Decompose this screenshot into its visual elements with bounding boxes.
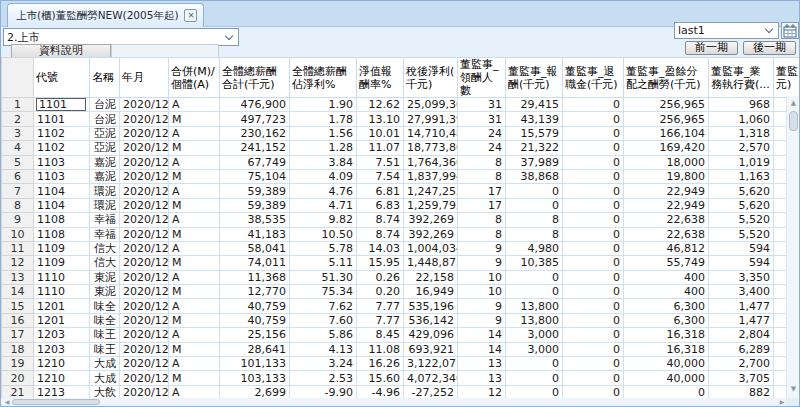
table-cell-name[interactable]: 味全 — [90, 313, 120, 327]
table-cell-total_comp[interactable]: 25,156 — [220, 328, 290, 342]
table-cell-merge_flag[interactable]: A — [169, 299, 220, 313]
row-number[interactable]: 16 — [2, 313, 34, 327]
table-cell-total_comp[interactable]: 75,104 — [220, 169, 290, 183]
table-cell-roe[interactable]: 7.77 — [357, 299, 404, 313]
table-cell-director_profit_share[interactable]: 18,000 — [624, 155, 709, 169]
table-cell-director_comp[interactable]: 21,322 — [506, 141, 563, 155]
table-cell-director_count[interactable]: 9 — [458, 241, 506, 255]
table-cell-yearmonth[interactable]: 2020/12 — [120, 112, 169, 126]
table-cell-director_pension[interactable]: 0 — [563, 313, 624, 327]
table-cell-yearmonth[interactable]: 2020/12 — [120, 270, 169, 284]
table-cell-director_count[interactable]: 8 — [458, 213, 506, 227]
row-number[interactable]: 15 — [2, 299, 34, 313]
table-cell-comp_pct_ni[interactable]: 10.50 — [290, 227, 357, 241]
table-cell-total_comp[interactable]: 241,152 — [220, 141, 290, 155]
table-cell-director_count[interactable]: 8 — [458, 155, 506, 169]
table-cell-director_comp[interactable]: 38,868 — [506, 169, 563, 183]
table-cell-merge_flag[interactable]: A — [169, 385, 220, 398]
table-cell-yearmonth[interactable]: 2020/12 — [120, 385, 169, 398]
column-header-director_biz_fee[interactable]: 董監事_業 務執行費(... — [709, 58, 774, 98]
table-cell-code[interactable]: 1110 — [34, 270, 90, 284]
table-cell-director_profit_share[interactable]: 6,300 — [624, 313, 709, 327]
table-cell-name[interactable]: 大成 — [90, 357, 120, 371]
table-cell-director_pension[interactable]: 0 — [563, 141, 624, 155]
table-cell-director_profit_share[interactable]: 22,949 — [624, 184, 709, 198]
row-number[interactable]: 6 — [2, 169, 34, 183]
table-cell-code[interactable]: 1210 — [34, 371, 90, 385]
table-cell-net_income[interactable]: 1,247,252 — [404, 184, 458, 198]
table-cell-comp_pct_ni[interactable]: 5.11 — [290, 256, 357, 270]
table-cell-net_income[interactable]: 1,764,366 — [404, 155, 458, 169]
table-cell-total_comp[interactable]: 41,183 — [220, 227, 290, 241]
table-cell-comp_pct_ni[interactable]: 4.13 — [290, 342, 357, 356]
table-cell-comp_pct_ni[interactable]: 1.90 — [290, 98, 357, 112]
table-cell-net_income[interactable]: 429,096 — [404, 328, 458, 342]
table-cell-director_comp[interactable]: 37,989 — [506, 155, 563, 169]
column-header-net_income[interactable]: 稅後淨利( 千元) — [404, 58, 458, 98]
table-cell-name[interactable]: 味王 — [90, 328, 120, 342]
table-cell-name[interactable]: 環泥 — [90, 198, 120, 212]
table-cell-director_comp[interactable]: 3,000 — [506, 342, 563, 356]
table-cell-director_count[interactable]: 9 — [458, 313, 506, 327]
table-cell-comp_pct_ni[interactable]: 4.09 — [290, 169, 357, 183]
table-cell-director_pension[interactable]: 0 — [563, 126, 624, 140]
table-cell-director_pension[interactable]: 0 — [563, 112, 624, 126]
column-header-director_comp[interactable]: 董監事_報 酬(千元) — [506, 58, 563, 98]
table-cell-director_count[interactable]: 24 — [458, 141, 506, 155]
table-cell-merge_flag[interactable]: A — [169, 184, 220, 198]
table-cell-yearmonth[interactable]: 2020/12 — [120, 98, 169, 112]
cell-editor[interactable]: 1101 — [36, 98, 86, 111]
table-cell-director_profit_share[interactable]: 169,420 — [624, 141, 709, 155]
table-cell-total_comp[interactable]: 230,162 — [220, 126, 290, 140]
table-cell-merge_flag[interactable]: M — [169, 141, 220, 155]
table-cell-total_comp[interactable]: 11,368 — [220, 270, 290, 284]
scroll-left-icon[interactable]: ◀ — [2, 398, 12, 406]
table-cell-roe[interactable]: 11.08 — [357, 342, 404, 356]
column-header-comp_pct_ni[interactable]: 全體總薪酬 佔淨利% — [290, 58, 357, 98]
table-cell-net_income[interactable]: 18,773,807 — [404, 141, 458, 155]
table-cell-director_profit_share[interactable]: 400 — [624, 285, 709, 299]
calendar-button[interactable] — [781, 22, 799, 39]
table-cell-director_biz_fee[interactable]: 3,705 — [709, 371, 774, 385]
table-cell-name[interactable]: 味王 — [90, 342, 120, 356]
row-number[interactable]: 1 — [2, 98, 34, 112]
table-cell-director_count[interactable]: 31 — [458, 98, 506, 112]
table-cell-comp_pct_ni[interactable]: 2.53 — [290, 371, 357, 385]
table-cell-director_pension[interactable]: 0 — [563, 357, 624, 371]
table-cell-director_profit_share[interactable]: 256,965 — [624, 112, 709, 126]
table-cell-name[interactable]: 台泥 — [90, 112, 120, 126]
table-cell-roe[interactable]: 16.26 — [357, 357, 404, 371]
table-cell-director_count[interactable]: 17 — [458, 198, 506, 212]
table-cell-net_income[interactable]: 14,710,486 — [404, 126, 458, 140]
table-cell-director_count[interactable]: 14 — [458, 342, 506, 356]
table-cell-roe[interactable]: 0.26 — [357, 270, 404, 284]
table-cell-net_income[interactable]: 536,142 — [404, 313, 458, 327]
table-cell-comp_pct_ni[interactable]: 75.34 — [290, 285, 357, 299]
table-cell-director_count[interactable]: 12 — [458, 385, 506, 398]
column-header-name[interactable]: 名稱 — [90, 58, 120, 98]
table-cell-director_profit_share[interactable]: 22,638 — [624, 213, 709, 227]
table-cell-director_profit_share[interactable]: 400 — [624, 270, 709, 284]
table-cell-net_income[interactable]: 392,269 — [404, 227, 458, 241]
table-cell-name[interactable]: 亞泥 — [90, 141, 120, 155]
scroll-up-icon[interactable]: ▲ — [787, 98, 800, 109]
table-cell-director_biz_fee[interactable]: 2,700 — [709, 357, 774, 371]
table-cell-yearmonth[interactable]: 2020/12 — [120, 299, 169, 313]
table-cell-comp_pct_ni[interactable]: 1.78 — [290, 112, 357, 126]
column-header-total_comp[interactable]: 全體總薪酬 合計(千元) — [220, 58, 290, 98]
table-cell-director_comp[interactable]: 0 — [506, 385, 563, 398]
table-cell-director_comp[interactable]: 13,800 — [506, 313, 563, 327]
table-cell-merge_flag[interactable]: M — [169, 227, 220, 241]
table-cell-roe[interactable]: 15.95 — [357, 256, 404, 270]
column-header-roe[interactable]: 淨值報 酬率% — [357, 58, 404, 98]
table-cell-name[interactable]: 信大 — [90, 256, 120, 270]
table-cell-director_biz_fee[interactable]: 3,400 — [709, 285, 774, 299]
table-cell-director_profit_share[interactable]: 16,318 — [624, 342, 709, 356]
table-cell-director_biz_fee[interactable]: 1,163 — [709, 169, 774, 183]
column-header-rownum[interactable] — [2, 58, 34, 98]
row-number[interactable]: 19 — [2, 357, 34, 371]
table-cell-yearmonth[interactable]: 2020/12 — [120, 342, 169, 356]
table-cell-code[interactable]: 1109 — [34, 256, 90, 270]
table-cell-comp_pct_ni[interactable]: 3.84 — [290, 155, 357, 169]
table-cell-total_comp[interactable]: 38,535 — [220, 213, 290, 227]
